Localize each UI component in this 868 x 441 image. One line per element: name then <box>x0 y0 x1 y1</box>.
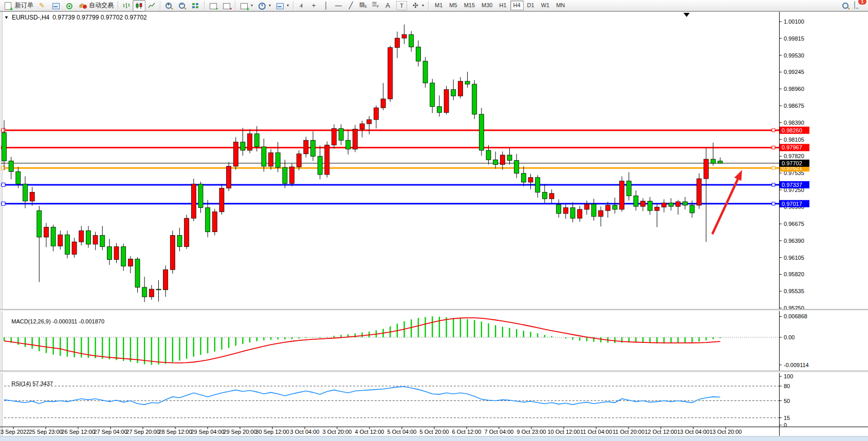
periods-button[interactable]: ▾ <box>255 1 273 11</box>
rsi-tick-label: 100 <box>784 373 793 379</box>
macd-name: MACD(12,26,9) <box>11 318 50 324</box>
timeframe-D1[interactable]: D1 <box>524 1 538 10</box>
hline-handle[interactable] <box>772 146 775 149</box>
chart-window-button[interactable] <box>49 1 62 11</box>
cursor-tool-button[interactable]: ➢ <box>296 1 307 11</box>
signals-button[interactable] <box>63 1 76 11</box>
hline-handle[interactable] <box>772 202 775 205</box>
zoom-out-button[interactable] <box>176 1 189 11</box>
market-watch-button[interactable]: ✎ <box>36 1 49 11</box>
chart-shift-button[interactable] <box>220 1 233 11</box>
auto-trading-icon <box>78 2 87 10</box>
timeframe-H4[interactable]: H4 <box>510 1 524 10</box>
timeframe-M30[interactable]: M30 <box>478 1 495 10</box>
rsi-value: 57.3437 <box>32 380 53 387</box>
new-order-label: 新订单 <box>15 1 33 10</box>
arrows-tool-button[interactable]: ✣ ▾ <box>410 1 426 11</box>
timeframe-W1[interactable]: W1 <box>538 1 553 10</box>
hline-handle[interactable] <box>772 183 775 186</box>
price-tick-label: 0.98105 <box>784 137 804 143</box>
notification-badge: 1 <box>858 0 866 5</box>
time-tick-label: 27 Sep 20:00 <box>126 429 159 435</box>
time-tick-label: 5 Oct 04:00 <box>387 429 417 435</box>
price-tick-label: 0.98390 <box>784 120 804 126</box>
candlestick-mode-button[interactable] <box>133 0 145 11</box>
horizontal-line-tool-button[interactable]: — <box>333 1 344 11</box>
price-tick-label: 0.98675 <box>784 103 804 109</box>
time-tick-label: 27 Sep 04:00 <box>94 429 127 435</box>
signal-icon <box>65 2 73 10</box>
hline-handle[interactable] <box>2 166 5 170</box>
macd-tick-label: 0.006868 <box>784 313 807 319</box>
text-icon: A <box>384 2 392 10</box>
text-label-icon: T <box>396 1 407 10</box>
main-toolbar: 新订单 ✎ 自动交易 <box>0 0 868 11</box>
bar-chart-mode-button[interactable] <box>120 1 132 11</box>
rsi-tick-label: 0 <box>784 422 787 428</box>
crayon-icon: ✎ <box>38 2 47 10</box>
time-tick-label: 3 Oct 20:00 <box>323 429 352 435</box>
timeframe-H1[interactable]: H1 <box>496 1 509 10</box>
price-tick-label: 0.96105 <box>784 255 804 261</box>
indicators-button[interactable]: ▾ <box>237 1 255 11</box>
line-chart-mode-button[interactable] <box>146 1 158 11</box>
time-tick-label: 28 Sep 12:00 <box>158 429 192 435</box>
new-order-button[interactable]: 新订单 <box>2 1 35 11</box>
channel-tool-button[interactable]: ▨E <box>357 1 369 11</box>
vertical-line-tool-button[interactable]: │ <box>320 1 332 11</box>
timeframe-MN[interactable]: MN <box>553 1 568 10</box>
toolbar-separator <box>118 1 118 10</box>
time-tick-label: 13 Oct 04:00 <box>677 429 710 435</box>
tile-windows-icon <box>191 2 200 10</box>
time-tick-label: 5 Oct 20:00 <box>420 429 449 435</box>
chat-bubble-icon <box>854 1 855 9</box>
timeframe-M1[interactable]: M1 <box>432 1 446 10</box>
hline-handle[interactable] <box>772 129 775 132</box>
time-tick-label: 6 Oct 12:00 <box>452 429 482 435</box>
chart-canvas[interactable]: 1.001000.998150.995300.992450.989600.986… <box>0 0 868 441</box>
chart-title-bar[interactable]: ▼ EURUSD-,H4 0.97739 0.97799 0.97702 0.9… <box>4 14 147 21</box>
templates-button[interactable]: ▾ <box>273 1 291 11</box>
price-tick-label: 0.96675 <box>784 221 804 227</box>
price-tag-label: 0.97017 <box>782 201 802 207</box>
fibonacci-icon: ☰F <box>372 0 379 11</box>
rsi-tick-label: 50 <box>784 398 790 404</box>
toolbar-separator <box>293 1 293 10</box>
crosshair-icon: + <box>310 2 318 10</box>
crosshair-tool-button[interactable]: + <box>308 1 320 11</box>
chat-notifications-button[interactable]: 1 <box>854 2 863 10</box>
search-icon[interactable] <box>841 2 850 10</box>
symbol-dropdown-icon[interactable]: ▼ <box>4 15 9 20</box>
template-icon <box>275 2 284 10</box>
text-label-tool-button[interactable]: T <box>394 1 409 11</box>
auto-trading-label: 自动交易 <box>89 1 114 10</box>
auto-scroll-button[interactable] <box>207 1 219 11</box>
hline-handle[interactable] <box>2 202 5 205</box>
price-tick-label: 1.00100 <box>784 18 804 25</box>
fibonacci-tool-button[interactable]: ☰F <box>370 1 381 11</box>
timeframe-M5[interactable]: M5 <box>446 1 460 10</box>
chevron-down-icon: ▾ <box>287 3 289 8</box>
tile-windows-button[interactable] <box>189 1 202 11</box>
auto-scroll-icon <box>209 2 217 10</box>
chevron-down-icon: ▾ <box>422 3 424 8</box>
hline-handle[interactable] <box>2 128 5 132</box>
price-tick-label: 0.99245 <box>784 69 804 75</box>
zoom-in-icon <box>164 2 173 10</box>
timeframe-M15[interactable]: M15 <box>461 1 478 10</box>
price-tag-label: 0.97337 <box>782 182 802 188</box>
chart-title-symbol: EURUSD-,H4 <box>12 14 49 21</box>
text-tool-button[interactable]: A <box>382 1 394 11</box>
candlestick-icon <box>135 2 143 9</box>
mt4-window: 新订单 ✎ 自动交易 <box>0 0 868 441</box>
hline-handle[interactable] <box>772 166 775 169</box>
price-tick-label: 0.97820 <box>784 153 804 159</box>
line-chart-icon <box>148 2 156 9</box>
time-tick-label: 11 Oct 20:00 <box>613 429 644 435</box>
cursor-icon: ➢ <box>296 1 306 11</box>
hline-handle[interactable] <box>2 183 5 186</box>
trendline-tool-button[interactable]: ╱ <box>345 1 357 11</box>
price-tick-label: 0.99530 <box>784 52 804 59</box>
zoom-in-button[interactable] <box>162 1 175 11</box>
auto-trading-button[interactable]: 自动交易 <box>76 1 116 11</box>
